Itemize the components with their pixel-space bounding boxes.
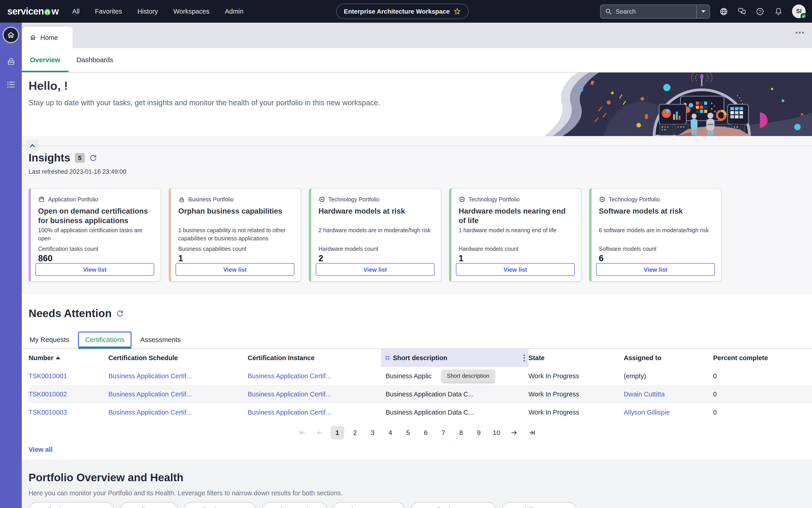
cell-assigned-to-link[interactable]: Allyson Gillispie	[624, 409, 713, 416]
table-row[interactable]: TSK0010003 Business Application Certif..…	[29, 403, 812, 421]
cell-schedule-link[interactable]: Business Application Certif...	[109, 390, 248, 398]
hero-illustration	[531, 73, 812, 136]
technology-portfolio-chip-icon	[599, 196, 606, 203]
column-header-certification-instance[interactable]: Certification Instance	[248, 354, 381, 362]
first-page-button[interactable]	[295, 426, 309, 439]
nav-item-workspaces[interactable]: Workspaces	[173, 8, 209, 15]
column-header-assigned-to[interactable]: Assigned to	[624, 354, 713, 362]
column-header-state[interactable]: State	[528, 354, 624, 362]
column-header-number[interactable]: Number	[29, 354, 109, 362]
insight-card-orphan-capabilities[interactable]: Business Portfolio Orphan business capab…	[169, 188, 301, 282]
tab-assessments[interactable]: Assessments	[139, 336, 182, 343]
insight-card-hardware-eol[interactable]: Technology Portfolio Hardware models nea…	[449, 188, 582, 282]
tab-overflow-button[interactable]	[796, 32, 804, 34]
tab-dashboards[interactable]: Dashboards	[68, 48, 121, 72]
search-input[interactable]: Search	[600, 4, 710, 18]
view-list-button[interactable]: View list	[456, 263, 575, 276]
collapse-section-button[interactable]	[26, 140, 39, 152]
cell-number-link[interactable]: TSK0010002	[29, 390, 109, 398]
column-header-percent-complete[interactable]: Percent complete	[713, 354, 812, 362]
workspace-pill[interactable]: Enterprise Architecture Workspace	[336, 4, 469, 19]
filter-install-type[interactable]: Install Type	[120, 502, 178, 508]
page-button-6[interactable]: 6	[419, 426, 432, 439]
column-header-short-description[interactable]: Short description	[381, 349, 528, 367]
card-category: Technology Portfolio	[469, 196, 520, 203]
tab-certifications[interactable]: Certifications	[78, 332, 132, 347]
nav-menu: All Favorites History Workspaces Admin	[72, 8, 243, 15]
filter-application-category[interactable]: Application Category	[29, 502, 114, 508]
page-button-4[interactable]: 4	[384, 426, 397, 439]
next-page-button[interactable]	[507, 426, 521, 439]
servicenow-logo[interactable]: servicenow servicenw	[7, 6, 58, 17]
cell-assigned-to-link[interactable]: Dwain Cuttitta	[624, 390, 713, 398]
app-root: servicenow servicenw All Favorites Histo…	[0, 0, 812, 508]
card-description: 1 hardware model is nearing end of life	[459, 226, 574, 235]
page-button-7[interactable]: 7	[437, 426, 450, 439]
nav-item-history[interactable]: History	[137, 8, 158, 15]
view-all-link[interactable]: View all	[29, 446, 53, 453]
insight-card-software-risk[interactable]: Technology Portfolio Software models at …	[589, 188, 722, 282]
page-button-5[interactable]: 5	[401, 426, 415, 439]
filter-application-type[interactable]: Application Type	[183, 502, 256, 508]
cell-percent: 0	[713, 390, 812, 398]
cell-instance-link[interactable]: Business Application Certif...	[248, 372, 381, 380]
filter-business-owner[interactable]: Business Owner	[332, 502, 405, 508]
card-description: 1 business capability is not related to …	[178, 226, 294, 243]
column-header-certification-schedule[interactable]: Certification Schedule	[109, 354, 248, 362]
cell-number-link[interactable]: TSK0010001	[29, 372, 109, 380]
help-button[interactable]: ?	[756, 7, 764, 16]
refresh-needs-attention-button[interactable]	[116, 309, 124, 317]
cell-number-link[interactable]: TSK0010003	[29, 409, 109, 416]
cell-schedule-link[interactable]: Business Application Certif...	[109, 372, 248, 380]
sidebar-list-button[interactable]	[6, 80, 16, 89]
portfolio-overview-section: Portfolio Overview and Health Here you c…	[22, 460, 812, 508]
card-count: 2	[318, 254, 323, 263]
cell-state: Work In Progress	[528, 372, 624, 380]
view-list-button[interactable]: View list	[176, 263, 294, 276]
insight-card-hardware-risk[interactable]: Technology Portfolio Hardware models at …	[309, 188, 441, 282]
filter-business-unit[interactable]: Business Unit	[262, 502, 327, 508]
page-button-9[interactable]: 9	[472, 426, 485, 439]
drag-handle-icon[interactable]	[386, 356, 389, 360]
table-row[interactable]: TSK0010002 Business Application Certif..…	[29, 385, 812, 403]
view-list-button[interactable]: View list	[596, 263, 715, 276]
portfolio-filters: Application Category Install Type Applic…	[29, 502, 812, 508]
needs-attention-title: Needs Attention	[29, 307, 112, 320]
previous-page-button[interactable]	[313, 426, 327, 439]
sidebar-workspace-lock-button[interactable]	[6, 57, 16, 66]
nav-item-all[interactable]: All	[72, 8, 79, 15]
view-list-button[interactable]: View list	[35, 263, 154, 276]
page-button-2[interactable]: 2	[348, 426, 362, 439]
favorite-star-icon[interactable]	[454, 8, 461, 15]
tab-overview[interactable]: Overview	[22, 48, 68, 72]
notifications-button[interactable]	[774, 7, 782, 16]
top-nav: servicenow servicenw All Favorites Histo…	[0, 0, 812, 23]
page-button-10[interactable]: 10	[490, 426, 503, 439]
tab-my-requests[interactable]: My Requests	[29, 336, 70, 343]
card-description: 100% of application certification tasks …	[38, 226, 153, 243]
nav-item-admin[interactable]: Admin	[225, 8, 243, 15]
avatar[interactable]: SI	[792, 5, 806, 18]
page-button-1[interactable]: 1	[331, 426, 344, 439]
page-button-8[interactable]: 8	[454, 426, 468, 439]
insight-card-application-certifications[interactable]: Application Portfolio Open on demand cer…	[29, 188, 161, 282]
search-scope-dropdown[interactable]	[696, 5, 710, 18]
tab-home[interactable]: Home	[22, 27, 73, 48]
nav-item-favorites[interactable]: Favorites	[95, 8, 122, 15]
refresh-insights-button[interactable]	[89, 154, 97, 162]
globe-button[interactable]	[720, 7, 728, 16]
cell-instance-link[interactable]: Business Application Certif...	[248, 409, 381, 416]
clear-all-filters-button[interactable]: Clear All	[586, 507, 611, 508]
refresh-icon	[116, 309, 124, 317]
column-menu-icon[interactable]	[523, 354, 525, 361]
table-row[interactable]: TSK0010001 Business Application Certif..…	[29, 367, 812, 385]
chat-button[interactable]	[738, 7, 746, 16]
cell-schedule-link[interactable]: Business Application Certif...	[109, 409, 248, 416]
sidebar-home-button[interactable]	[3, 27, 19, 43]
last-page-button[interactable]	[525, 426, 539, 439]
cell-instance-link[interactable]: Business Application Certif...	[248, 390, 381, 398]
filter-capability-owner[interactable]: Capability Owner	[502, 502, 577, 508]
view-list-button[interactable]: View list	[316, 263, 435, 276]
page-button-3[interactable]: 3	[366, 426, 380, 439]
filter-it-application-owner[interactable]: IT Application Owner	[411, 502, 496, 508]
